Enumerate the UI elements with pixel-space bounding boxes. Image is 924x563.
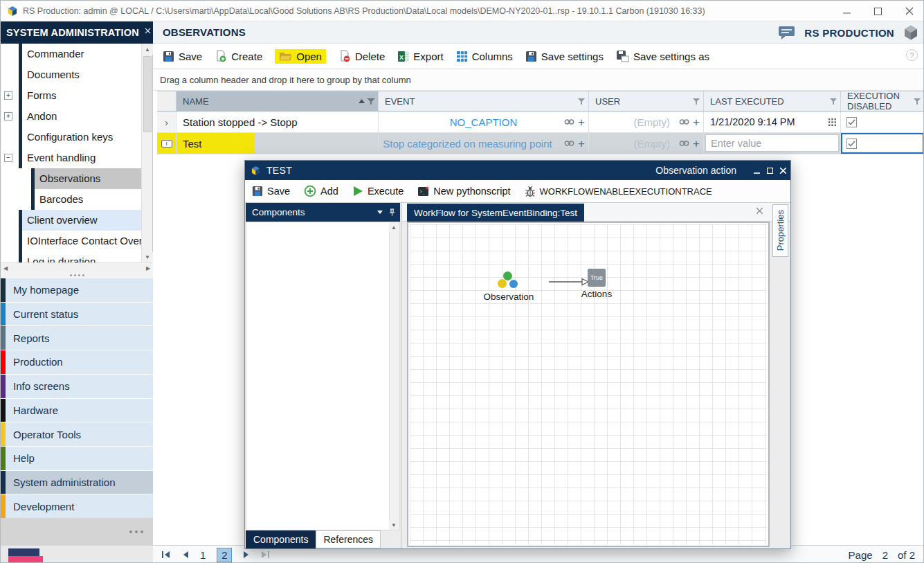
cell-event[interactable]: Stop categorized on measuring point + xyxy=(379,133,589,154)
export-button[interactable]: X Export xyxy=(397,51,443,62)
collapse-icon[interactable]: − xyxy=(4,154,12,162)
sidebar-item-event-handling[interactable]: −Event handling xyxy=(1,148,142,168)
add-link-icon[interactable]: + xyxy=(578,116,585,128)
nav-item-my-homepage[interactable]: My homepage xyxy=(1,278,153,302)
next-page-button[interactable] xyxy=(243,551,250,559)
nav-item-operator-tools[interactable]: Operator Tools xyxy=(1,422,153,446)
chat-icon[interactable] xyxy=(778,25,796,40)
column-header-event[interactable]: EVENT xyxy=(379,91,589,111)
dialog-new-pythonscript-button[interactable]: >_ New pythonscript xyxy=(417,186,510,197)
cell-name[interactable]: Test xyxy=(176,133,379,154)
maximize-button[interactable] xyxy=(862,1,894,21)
dialog-workflow-trace-button[interactable]: WORKFLOWENABLEEXECUTIONTRACE xyxy=(525,186,712,197)
row-expander[interactable]: › xyxy=(157,111,176,132)
page-1-button[interactable]: 1 xyxy=(200,549,206,561)
pin-icon[interactable] xyxy=(389,208,395,216)
panel-menu-chevron-icon[interactable] xyxy=(377,211,383,214)
sidebar-item-log-in-duration[interactable]: Log in duration xyxy=(1,251,142,262)
previous-page-button[interactable] xyxy=(182,551,189,559)
page-2-button-current[interactable]: 2 xyxy=(217,548,232,562)
column-header-name[interactable]: NAME xyxy=(176,91,379,111)
delete-button[interactable]: Delete xyxy=(338,50,385,62)
scroll-right-icon[interactable]: ▶ xyxy=(143,263,153,273)
dialog-close-icon[interactable] xyxy=(780,168,786,174)
sidebar-close-icon[interactable] xyxy=(145,28,151,34)
column-header-user[interactable]: USER xyxy=(589,91,704,111)
dialog-save-button[interactable]: Save xyxy=(252,186,290,197)
add-link-icon[interactable]: + xyxy=(578,138,585,150)
checkbox-checked[interactable] xyxy=(846,138,857,149)
tab-components[interactable]: Components xyxy=(246,530,316,548)
event-link[interactable]: Stop categorized on measuring point xyxy=(383,138,583,150)
tab-workflow[interactable]: WorkFlow for SystemEventBinding:Test xyxy=(407,204,584,222)
column-header-last-executed[interactable]: LAST EXECUTED xyxy=(704,91,841,111)
sidebar-item-client-overview[interactable]: Client overview xyxy=(1,210,142,231)
sidebar-item-barcodes[interactable]: Barcodes xyxy=(1,189,142,210)
components-panel-header[interactable]: Components xyxy=(246,203,400,222)
row-edit-indicator[interactable]: I xyxy=(157,133,176,154)
filter-icon[interactable] xyxy=(368,98,374,105)
expand-icon[interactable]: + xyxy=(4,112,12,120)
help-icon[interactable]: ? xyxy=(906,49,918,61)
expand-icon[interactable]: + xyxy=(4,91,12,100)
cell-execution-disabled[interactable] xyxy=(841,111,924,132)
sidebar-item-forms[interactable]: +Forms xyxy=(1,85,142,106)
nav-item-help[interactable]: Help xyxy=(1,447,153,470)
link-icon[interactable] xyxy=(564,140,574,147)
sidebar-splitter[interactable] xyxy=(1,272,153,278)
link-icon[interactable] xyxy=(679,140,689,147)
scroll-left-icon[interactable]: ◀ xyxy=(1,263,10,273)
last-executed-input[interactable] xyxy=(706,138,840,149)
save-settings-button[interactable]: Save settings xyxy=(525,51,604,62)
dialog-maximize-icon[interactable] xyxy=(767,168,773,174)
filter-icon[interactable] xyxy=(578,98,585,105)
filter-icon[interactable] xyxy=(914,98,921,105)
cell-name[interactable]: Station stopped -> Stopp xyxy=(176,111,379,132)
dialog-add-button[interactable]: Add xyxy=(304,185,338,197)
tab-references[interactable]: References xyxy=(316,530,381,548)
column-header-execution-disabled[interactable]: EXECUTION DISABLED xyxy=(841,91,924,111)
close-button[interactable] xyxy=(894,1,924,21)
save-button[interactable]: Save xyxy=(163,51,202,62)
cell-event[interactable]: NO_CAPTION + xyxy=(379,111,589,132)
add-link-icon[interactable]: + xyxy=(693,116,700,128)
components-list[interactable] xyxy=(246,222,390,530)
open-button[interactable]: Open xyxy=(275,49,326,64)
dialog-minimize-icon[interactable] xyxy=(754,168,760,174)
sidebar-item-commander[interactable]: Commander xyxy=(1,44,142,64)
save-settings-as-button[interactable]: Save settings as xyxy=(616,50,709,62)
add-link-icon[interactable]: + xyxy=(693,138,700,150)
workflow-canvas[interactable]: Observation True Actions xyxy=(407,222,770,547)
nav-item-reports[interactable]: Reports xyxy=(1,326,153,350)
sidebar-item-andon[interactable]: +Andon xyxy=(1,106,142,127)
dialog-execute-button[interactable]: Execute xyxy=(352,186,404,197)
sidebar-item-observations[interactable]: Observations xyxy=(1,168,142,189)
cell-last-executed[interactable]: 1/21/2020 9:14 PM xyxy=(704,111,841,132)
first-page-button[interactable] xyxy=(161,551,171,559)
create-button[interactable]: Create xyxy=(215,50,262,62)
cell-execution-disabled-focused[interactable] xyxy=(841,133,924,154)
scroll-thumb[interactable] xyxy=(143,56,152,132)
cube-icon[interactable] xyxy=(903,24,919,41)
filter-icon[interactable] xyxy=(693,98,700,105)
nav-item-hardware[interactable]: Hardware xyxy=(1,399,153,422)
sidebar-item-iointerface-contact-overview[interactable]: IOInterface Contact Overv xyxy=(1,231,142,251)
checkbox-checked[interactable] xyxy=(846,117,857,127)
nav-item-development[interactable]: Development xyxy=(1,494,153,518)
minimize-button[interactable] xyxy=(831,1,862,21)
event-link[interactable]: NO_CAPTION xyxy=(450,116,518,128)
scroll-up-icon[interactable]: ▲ xyxy=(142,44,153,55)
cell-last-executed-editor[interactable] xyxy=(704,133,841,154)
nav-item-production[interactable]: Production xyxy=(1,350,153,374)
dialog-title-bar[interactable]: TEST Observation action xyxy=(245,161,790,180)
link-icon[interactable] xyxy=(564,118,574,125)
tree-horizontal-scrollbar[interactable]: ◀ ▶ xyxy=(1,262,153,272)
cell-user[interactable]: (Empty) + xyxy=(589,111,704,132)
date-picker-icon[interactable] xyxy=(828,118,836,126)
last-page-button-disabled[interactable] xyxy=(261,551,271,559)
tab-close-icon[interactable] xyxy=(757,208,763,214)
tree-vertical-scrollbar[interactable]: ▲ ▼ xyxy=(141,44,152,262)
grid-row-station-stopped[interactable]: › Station stopped -> Stopp NO_CAPTION + … xyxy=(157,111,924,133)
nav-item-current-status[interactable]: Current status xyxy=(1,303,153,326)
sidebar-item-documents[interactable]: Documents xyxy=(1,64,142,85)
